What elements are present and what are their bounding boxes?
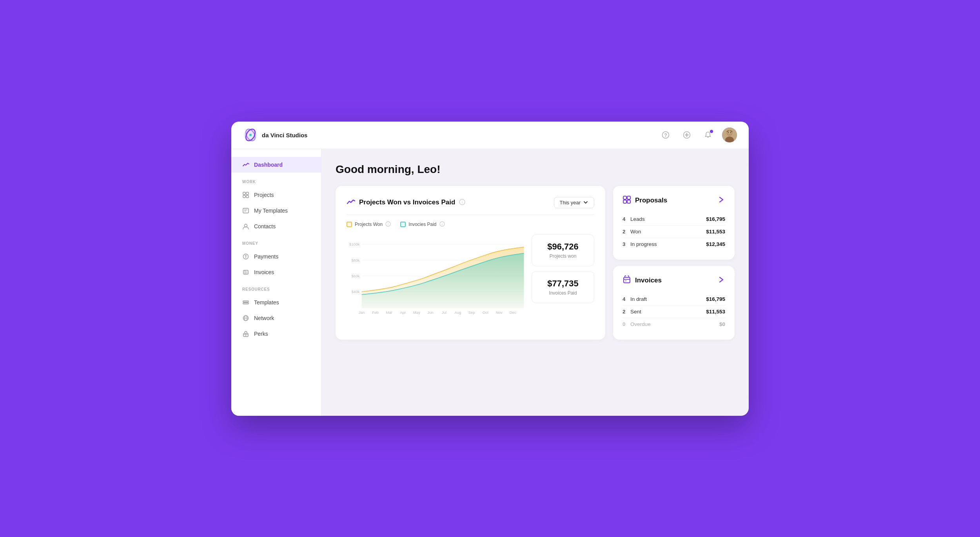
sidebar-item-templates[interactable]: Templates (231, 295, 321, 310)
stat-amount: $96,726 (540, 242, 586, 252)
sidebar-item-label: Projects (254, 192, 274, 198)
proposals-title: Proposals (635, 197, 667, 204)
svg-text:Dec: Dec (510, 310, 516, 314)
proposal-row-leads: 4 Leads $16,795 (622, 213, 725, 225)
svg-point-3 (249, 134, 252, 136)
svg-text:May: May (413, 310, 420, 314)
svg-rect-65 (623, 196, 626, 199)
row-num: 3 (622, 241, 630, 247)
svg-rect-66 (627, 196, 630, 199)
logo-icon (243, 127, 258, 142)
templates-icon (242, 299, 249, 306)
sidebar-item-label: Templates (254, 299, 279, 306)
svg-point-15 (730, 132, 731, 133)
right-panel: Proposals 4 Leads (613, 186, 735, 340)
invoices-arrow[interactable] (717, 276, 725, 286)
add-button[interactable] (680, 128, 694, 142)
row-num: 2 (622, 229, 630, 235)
svg-rect-28 (245, 270, 248, 274)
proposals-icon (622, 195, 631, 206)
proposal-row-won: 2 Won $11,553 (622, 225, 725, 238)
notification-dot (710, 130, 713, 133)
svg-text:$100k: $100k (349, 242, 359, 246)
sidebar-item-label: Network (254, 315, 274, 321)
invoice-row-sent: 2 Sent $11,553 (622, 305, 725, 318)
trend-icon (347, 197, 355, 208)
legend-invoices-paid: Invocies Paid i (400, 221, 445, 228)
sidebar-item-dashboard[interactable]: Dashboard (231, 157, 321, 173)
sidebar-item-contacts[interactable]: Contacts (231, 218, 321, 234)
row-label: In draft (630, 296, 706, 302)
company-name: da Vinci Studios (262, 132, 307, 138)
proposals-rows: 4 Leads $16,795 2 Won $11,553 3 (622, 213, 725, 250)
svg-text:Apr: Apr (400, 310, 406, 314)
svg-rect-16 (243, 192, 245, 195)
sidebar-item-invoices[interactable]: Invoices (231, 264, 321, 280)
sidebar: Dashboard WORK Projects (231, 149, 321, 416)
chart-title: Projects Won vs Invoices Paid (359, 198, 455, 206)
stat-invoices-paid: $77,735 Invoices Paid (532, 271, 594, 303)
svg-rect-20 (243, 208, 249, 213)
row-amount: $16,795 (706, 296, 725, 302)
sidebar-item-network[interactable]: Network (231, 310, 321, 326)
proposals-card: Proposals 4 Leads (613, 186, 735, 260)
resources-section-label: RESOURCES (231, 280, 321, 295)
sidebar-item-label: Perks (254, 331, 268, 337)
chart-card: Projects Won vs Invoices Paid i This yea… (336, 186, 605, 340)
proposal-row-in-progress: 3 In progress $12,345 (622, 238, 725, 250)
my-templates-icon (242, 207, 249, 214)
svg-rect-68 (627, 200, 630, 203)
sidebar-item-perks[interactable]: Perks (231, 326, 321, 342)
period-selector[interactable]: This year (554, 197, 594, 208)
stat-amount: $77,735 (540, 279, 586, 289)
notification-button[interactable] (701, 128, 715, 142)
svg-text:Jan: Jan (359, 310, 365, 314)
svg-text:Feb: Feb (372, 310, 379, 314)
sidebar-item-label: Payments (254, 253, 278, 260)
svg-point-14 (728, 132, 729, 133)
avatar[interactable] (722, 127, 737, 142)
svg-rect-69 (624, 277, 630, 283)
help-button[interactable]: ? (659, 128, 673, 142)
legend-info-icon2[interactable]: i (439, 221, 445, 228)
chart-svg: $100k $80k $60k $40k (347, 234, 525, 320)
chart-body: $100k $80k $60k $40k (347, 234, 594, 322)
svg-rect-32 (243, 303, 249, 304)
stat-projects-won: $96,726 Projects won (532, 234, 594, 266)
svg-text:Mar: Mar (386, 310, 392, 314)
legend-projects-won: Projects Won i (347, 221, 391, 228)
legend-color-yellow (347, 222, 352, 227)
svg-text:Nov: Nov (496, 310, 503, 314)
svg-rect-19 (246, 195, 249, 198)
sidebar-item-my-templates[interactable]: My Templates (231, 203, 321, 218)
chart-legend: Projects Won i Invocies Paid (347, 221, 594, 228)
sidebar-item-payments[interactable]: Payments (231, 249, 321, 264)
proposals-arrow[interactable] (717, 196, 725, 206)
svg-text:Jun: Jun (427, 310, 434, 314)
sidebar-item-label: Contacts (254, 223, 276, 229)
invoices-panel-title: Invoices (635, 277, 662, 284)
payments-icon (242, 253, 249, 260)
legend-label: Invocies Paid (408, 222, 436, 227)
chart-stats: $96,726 Projects won $77,735 Invoices Pa… (532, 234, 594, 322)
invoices-panel-icon (622, 275, 631, 286)
stat-label: Invoices Paid (540, 290, 586, 296)
legend-info-icon[interactable]: i (385, 221, 391, 228)
row-amount: $0 (719, 321, 725, 327)
row-label: Won (630, 229, 706, 235)
logo-area: da Vinci Studios (243, 127, 333, 142)
row-amount: $11,553 (706, 229, 725, 235)
svg-text:Oct: Oct (483, 310, 488, 314)
svg-rect-67 (623, 200, 626, 203)
svg-text:i: i (462, 200, 463, 204)
row-label: Sent (630, 309, 706, 315)
sidebar-item-projects[interactable]: Projects (231, 187, 321, 203)
svg-text:Jul: Jul (442, 310, 446, 314)
svg-text:$40k: $40k (351, 289, 359, 294)
row-num: 4 (622, 216, 630, 222)
svg-rect-31 (243, 301, 249, 302)
svg-rect-17 (246, 192, 249, 195)
legend-label: Projects Won (355, 222, 383, 227)
sidebar-item-label: Dashboard (254, 162, 283, 168)
chart-info-icon[interactable]: i (459, 199, 465, 206)
